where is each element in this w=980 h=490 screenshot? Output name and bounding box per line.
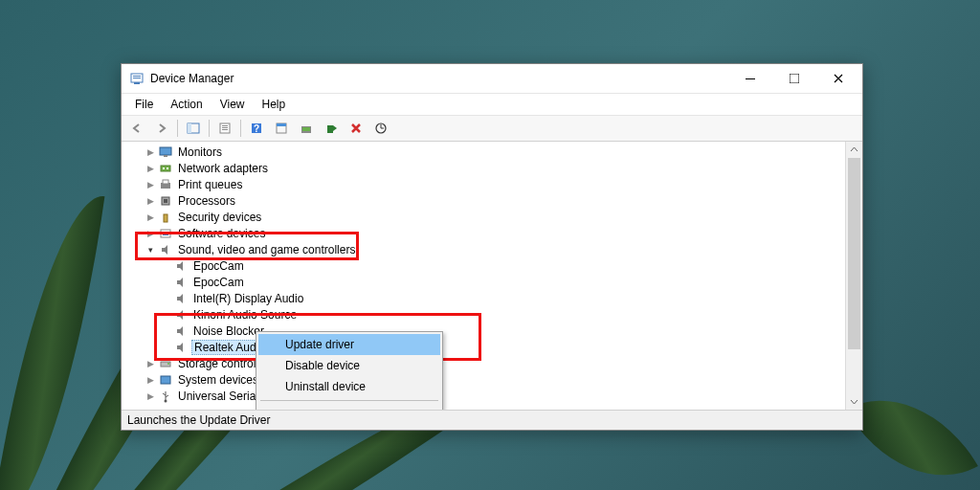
tree-item-intel-display-audio[interactable]: Intel(R) Display Audio [122,290,845,306]
storage-icon [158,356,173,371]
content-area: ▶Monitors ▶Network adapters ▶Print queue… [122,142,862,410]
desktop-background: Device Manager File Action View Help ? [0,0,980,490]
show-hide-tree-button[interactable] [182,117,205,140]
expand-icon[interactable]: ▶ [143,229,158,238]
svg-rect-26 [163,180,168,184]
printer-icon [158,177,173,192]
speaker-icon [158,242,173,257]
expand-icon[interactable]: ▶ [143,375,158,385]
titlebar[interactable]: Device Manager [122,64,862,94]
help-toolbar-button[interactable]: ? [245,117,268,140]
svg-rect-1 [133,76,141,77]
svg-rect-15 [277,123,286,126]
system-icon [158,372,173,388]
add-hardware-toolbar-button[interactable] [320,117,343,140]
tree-item-network[interactable]: ▶Network adapters [122,160,845,176]
tree-item-epoccam[interactable]: EpocCam [122,257,845,274]
svg-rect-34 [161,376,170,384]
expand-icon[interactable]: ▶ [143,391,158,401]
tree-item-software-devices[interactable]: ▶Software devices [122,225,845,241]
ctx-separator [260,400,438,401]
svg-rect-7 [188,123,191,133]
collapse-icon[interactable]: ▾ [143,245,158,255]
statusbar: Launches the Update Driver Wizard for th… [122,410,862,430]
svg-rect-3 [134,82,140,84]
device-manager-window: Device Manager File Action View Help ? [121,63,863,431]
svg-rect-28 [164,199,167,203]
ctx-scan-hardware[interactable]: Scan for hardware changes [258,404,440,410]
scan-hardware-toolbar-button[interactable] [369,117,392,140]
monitor-icon [158,145,173,160]
svg-point-33 [167,363,169,365]
forward-button[interactable] [150,117,173,140]
properties-toolbar-button[interactable] [213,117,236,140]
close-button[interactable] [816,64,860,93]
tree-item-processors[interactable]: ▶Processors [122,192,845,209]
security-icon [158,210,173,225]
status-text: Launches the Update Driver Wizard for th… [127,413,271,427]
menu-file[interactable]: File [127,96,161,113]
device-tree[interactable]: ▶Monitors ▶Network adapters ▶Print queue… [122,142,845,410]
tree-item-realtek-audio[interactable]: Realtek Audio [122,339,845,355]
scroll-up-button[interactable] [846,142,862,158]
tree-item-epoccam[interactable]: EpocCam [122,274,845,290]
speaker-icon [173,291,189,306]
svg-rect-18 [327,125,333,133]
toolbar-separator [240,120,241,137]
minimize-button[interactable] [728,64,772,93]
svg-rect-10 [222,127,228,128]
tree-item-usb[interactable]: ▶Universal Serial Bus controllers [122,388,845,404]
vertical-scrollbar[interactable] [845,142,862,410]
ctx-update-driver[interactable]: Update driver [258,334,440,355]
tree-item-print-queues[interactable]: ▶Print queues [122,176,845,192]
ctx-disable-device[interactable]: Disable device [258,355,440,376]
menu-action[interactable]: Action [163,96,210,113]
speaker-icon [173,323,189,339]
tree-item-kinoni[interactable]: Kinoni Audio Source [122,306,845,323]
cpu-icon [158,193,173,209]
expand-icon[interactable]: ▶ [143,196,158,206]
svg-rect-20 [160,147,171,155]
leaf-decor [846,367,978,490]
app-icon [129,71,145,86]
tree-item-noise-blocker[interactable]: Noise Blocker [122,323,845,339]
scroll-down-button[interactable] [846,393,862,410]
action1-toolbar-button[interactable] [270,117,293,140]
svg-rect-2 [133,78,141,78]
window-title: Device Manager [150,72,728,85]
maximize-button[interactable] [772,64,816,93]
speaker-icon [173,307,189,323]
svg-rect-4 [746,78,755,79]
update-driver-toolbar-button[interactable] [295,117,318,140]
software-icon [158,226,173,241]
expand-icon[interactable]: ▶ [143,359,158,368]
svg-text:?: ? [254,123,259,134]
expand-icon[interactable]: ▶ [143,147,158,157]
menu-help[interactable]: Help [255,96,294,113]
toolbar-separator [209,120,210,137]
svg-rect-29 [164,214,167,222]
tree-item-security[interactable]: ▶Security devices [122,209,845,225]
speaker-icon [173,275,189,290]
svg-rect-24 [167,167,168,169]
expand-icon[interactable]: ▶ [143,164,158,173]
scroll-thumb[interactable] [848,158,860,349]
back-button[interactable] [125,117,148,140]
tree-item-monitors[interactable]: ▶Monitors [122,144,845,160]
uninstall-toolbar-button[interactable] [345,117,368,140]
tree-item-storage[interactable]: ▶Storage controllers [122,355,845,371]
expand-icon[interactable]: ▶ [143,212,158,222]
svg-rect-11 [222,129,228,130]
menubar: File Action View Help [122,94,862,116]
toolbar-separator [177,120,178,137]
tree-item-sound-controllers[interactable]: ▾Sound, video and game controllers [122,241,845,257]
svg-rect-31 [163,232,168,235]
svg-point-35 [165,399,167,402]
menu-view[interactable]: View [212,96,253,113]
expand-icon[interactable]: ▶ [143,180,158,189]
ctx-uninstall-device[interactable]: Uninstall device [258,376,440,397]
svg-rect-23 [163,167,165,169]
usb-icon [158,389,173,404]
svg-rect-9 [222,125,228,126]
tree-item-system-devices[interactable]: ▶System devices [122,371,845,388]
